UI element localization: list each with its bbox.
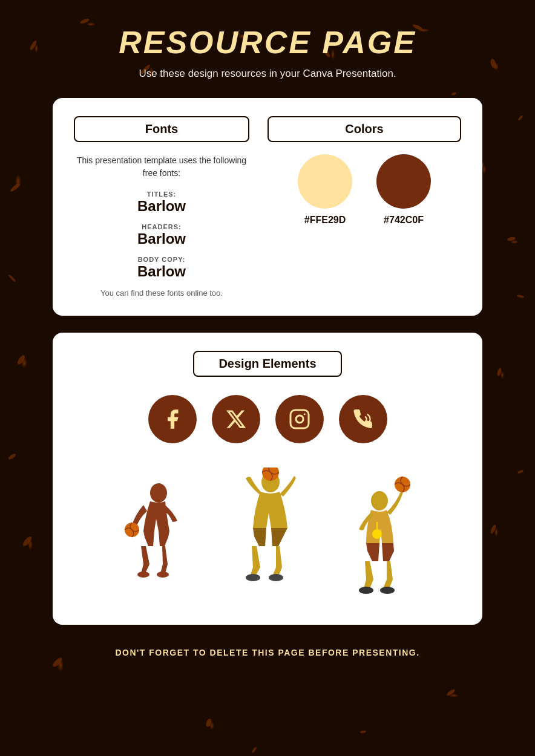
svg-point-31	[251, 746, 257, 754]
fonts-footer-text: You can find these fonts online too.	[74, 288, 249, 298]
color-hex-brown: #742C0F	[384, 215, 424, 226]
svg-point-46	[372, 529, 382, 539]
page-subtitle: Use these design resources in your Canva…	[119, 68, 416, 80]
font-name-body: Barlow	[74, 263, 249, 280]
svg-point-41	[269, 574, 283, 581]
svg-point-35	[150, 483, 167, 503]
font-name-headers: Barlow	[74, 230, 249, 247]
svg-point-40	[246, 574, 260, 581]
social-icons-row	[74, 395, 461, 443]
font-entry-titles: TITLES: Barlow	[74, 191, 249, 215]
colors-header-label: Colors	[345, 122, 383, 135]
font-entry-body: BODY COPY: Barlow	[74, 256, 249, 280]
player-3	[336, 474, 424, 601]
font-label-body: BODY COPY:	[74, 256, 249, 263]
design-elements-label: Design Elements	[218, 357, 316, 370]
page-title: RESOURCE PAGE	[119, 24, 416, 60]
svg-point-20	[446, 688, 456, 697]
svg-point-36	[137, 572, 149, 578]
player-1	[112, 480, 206, 601]
facebook-icon[interactable]	[148, 395, 197, 443]
font-name-titles: Barlow	[74, 198, 249, 215]
color-swatch-brown: #742C0F	[376, 154, 431, 226]
x-twitter-icon[interactable]	[212, 395, 260, 443]
color-swatches: #FFE29D #742C0F	[268, 154, 461, 226]
fonts-section: Fonts This presentation template uses th…	[74, 116, 249, 298]
svg-point-45	[380, 587, 395, 594]
svg-point-21	[205, 718, 212, 728]
player-2	[218, 468, 324, 601]
svg-rect-33	[290, 410, 309, 428]
color-swatch-gold: #FFE29D	[298, 154, 352, 226]
header-section: RESOURCE PAGE Use these design resources…	[119, 24, 416, 80]
svg-point-32	[360, 730, 367, 734]
fonts-header-label: Fonts	[145, 122, 178, 135]
design-elements-header: Design Elements	[74, 351, 461, 377]
color-circle-gold	[298, 154, 352, 209]
colors-section: Colors #FFE29D #742C0F	[268, 116, 461, 298]
svg-point-43	[371, 491, 388, 510]
fonts-description: This presentation template uses the foll…	[74, 154, 249, 180]
color-circle-brown	[376, 154, 431, 209]
players-row	[74, 468, 461, 601]
svg-point-37	[157, 572, 169, 578]
instagram-icon[interactable]	[275, 395, 324, 443]
design-elements-header-box: Design Elements	[193, 351, 341, 377]
colors-header-box: Colors	[268, 116, 461, 142]
phone-icon[interactable]	[339, 395, 387, 443]
footer-note: DON'T FORGET TO DELETE THIS PAGE BEFORE …	[115, 648, 419, 657]
font-label-headers: HEADERS:	[74, 223, 249, 230]
font-label-titles: TITLES:	[74, 191, 249, 198]
font-entry-headers: HEADERS: Barlow	[74, 223, 249, 247]
fonts-header-box: Fonts	[74, 116, 249, 142]
design-elements-card: Design Elements	[53, 333, 482, 625]
fonts-colors-card: Fonts This presentation template uses th…	[53, 98, 482, 316]
color-hex-gold: #FFE29D	[304, 215, 346, 226]
svg-point-44	[359, 587, 373, 594]
